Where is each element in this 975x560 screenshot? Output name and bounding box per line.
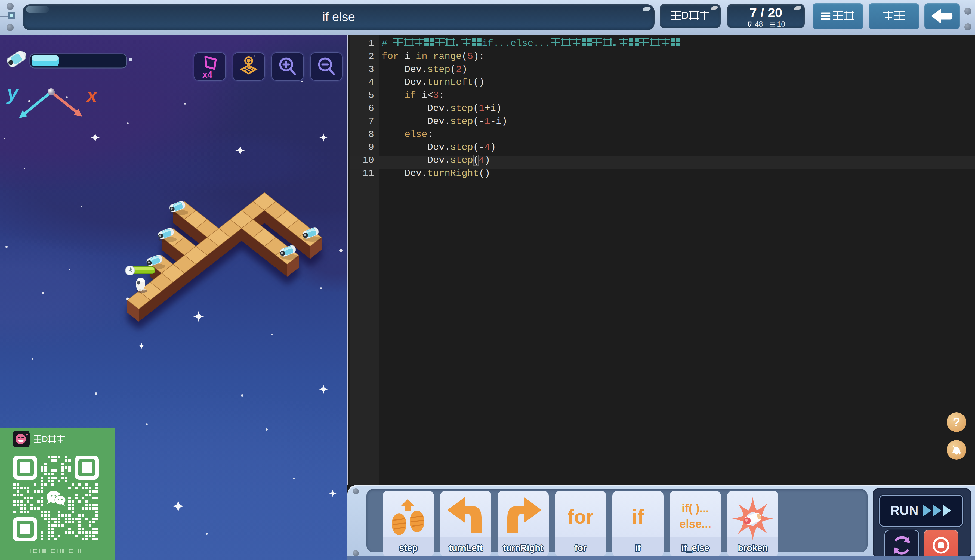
svg-text:if: if (631, 505, 645, 529)
svg-text:x4: x4 (202, 70, 212, 80)
svg-text:for: for (568, 506, 594, 528)
svg-text:if( )...: if( )... (682, 502, 709, 515)
svg-text:y: y (6, 82, 19, 104)
svg-text:x: x (85, 84, 98, 106)
svg-text:else...: else... (679, 518, 711, 530)
